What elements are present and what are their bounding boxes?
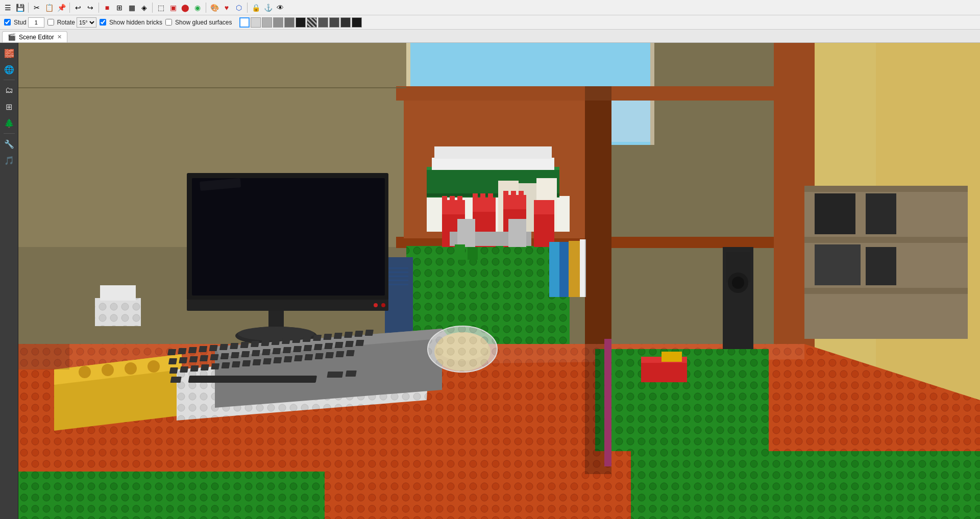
undo-button[interactable]: ↩ <box>72 2 84 13</box>
anchor-button[interactable]: ⚓ <box>262 2 274 13</box>
svg-rect-57 <box>455 244 465 260</box>
rotate-select[interactable]: 15° 30° 45° 90° <box>77 17 96 28</box>
svg-rect-71 <box>388 284 408 285</box>
sidebar-grid-button[interactable]: ⊞ <box>2 100 16 114</box>
svg-rect-169 <box>866 247 896 285</box>
svg-rect-82 <box>100 285 136 301</box>
sidebar-music-button[interactable]: 🎵 <box>2 153 16 167</box>
svg-rect-44 <box>473 193 478 201</box>
sidebar-tools-button[interactable]: 🔧 <box>2 137 16 151</box>
svg-rect-147 <box>335 351 344 357</box>
select-button[interactable]: ⬚ <box>155 2 166 13</box>
svg-rect-97 <box>219 344 228 350</box>
swatch-pattern[interactable] <box>307 17 317 28</box>
svg-rect-146 <box>325 352 334 358</box>
cylinder-button[interactable]: ⬡ <box>233 2 244 13</box>
svg-rect-104 <box>292 337 301 343</box>
sidebar-tree-button[interactable]: 🌲 <box>2 116 16 130</box>
svg-rect-133 <box>190 365 199 372</box>
rotate-checkbox[interactable] <box>47 19 54 26</box>
red-brick-button[interactable]: ■ <box>102 2 113 13</box>
svg-rect-177 <box>631 451 980 519</box>
svg-marker-178 <box>585 86 611 474</box>
brick2-button[interactable]: ▣ <box>167 2 179 13</box>
paste-button[interactable]: 📌 <box>56 2 67 13</box>
eye-button[interactable]: 👁 <box>275 2 286 13</box>
svg-rect-116 <box>210 354 218 360</box>
svg-rect-130 <box>355 340 364 346</box>
svg-rect-75 <box>187 300 388 311</box>
baseplate-button[interactable]: ▦ <box>126 2 137 13</box>
brick3-button[interactable]: ⬤ <box>180 2 191 13</box>
svg-rect-93 <box>178 348 186 354</box>
toolbar-separator-5 <box>206 3 206 13</box>
copy-button[interactable]: 📋 <box>43 2 55 13</box>
sidebar-globe-button[interactable]: 🌐 <box>2 62 16 77</box>
swatch-lgray[interactable] <box>251 17 261 28</box>
svg-rect-143 <box>294 355 303 361</box>
svg-point-85 <box>79 366 91 378</box>
3d-viewport[interactable] <box>18 43 980 519</box>
svg-rect-52 <box>534 211 554 247</box>
svg-rect-95 <box>199 346 207 352</box>
swatch-mgray1[interactable] <box>262 17 272 28</box>
swatch-mgray2[interactable] <box>273 17 283 28</box>
swatch-dbrown[interactable] <box>340 17 351 28</box>
lock-button[interactable]: 🔒 <box>250 2 261 13</box>
left-sidebar: 🧱 🌐 🗂 ⊞ 🌲 🔧 🎵 <box>0 43 18 519</box>
show-hidden-bricks-checkbox[interactable] <box>100 19 106 26</box>
svg-rect-139 <box>253 359 261 365</box>
svg-rect-163 <box>804 237 968 243</box>
swatch-vdgray[interactable] <box>352 17 362 28</box>
svg-rect-125 <box>303 345 312 351</box>
swatch-dgray3[interactable] <box>329 17 339 28</box>
svg-rect-69 <box>388 276 408 277</box>
scene-editor-tab-icon: 🎬 <box>8 33 16 41</box>
stud-value-input[interactable] <box>28 17 44 28</box>
stud-group: Stud <box>4 17 44 28</box>
main-area: 🧱 🌐 🗂 ⊞ 🌲 🔧 🎵 <box>0 43 980 519</box>
svg-rect-101 <box>261 340 270 346</box>
svg-rect-129 <box>345 341 354 347</box>
svg-rect-121 <box>262 349 271 355</box>
swatch-dgray2[interactable] <box>318 17 328 28</box>
svg-rect-111 <box>365 330 374 336</box>
svg-rect-94 <box>188 347 197 353</box>
svg-rect-61 <box>569 241 580 297</box>
svg-rect-118 <box>231 352 239 358</box>
svg-point-76 <box>374 303 378 307</box>
show-glued-surfaces-checkbox[interactable] <box>165 19 172 26</box>
svg-rect-70 <box>388 280 408 281</box>
scene-editor-tab-close[interactable]: ✕ <box>57 34 62 40</box>
svg-rect-164 <box>804 288 968 294</box>
show-glued-surfaces-label: Show glued surfaces <box>175 19 232 26</box>
scene-editor-tab[interactable]: 🎬 Scene Editor ✕ <box>2 31 67 42</box>
cut-button[interactable]: ✂ <box>31 2 42 13</box>
special-button[interactable]: ◈ <box>138 2 150 13</box>
sidebar-brick-button[interactable]: 🧱 <box>2 46 16 60</box>
options-bar: Stud Rotate 15° 30° 45° 90° Show hidden … <box>0 15 980 30</box>
shape-button[interactable]: ♥ <box>221 2 232 13</box>
svg-rect-60 <box>559 242 569 297</box>
paint-button[interactable]: 🎨 <box>209 2 220 13</box>
rotate-group: Rotate 15° 30° 45° 90° <box>47 17 96 28</box>
swatch-dgray1[interactable] <box>284 17 295 28</box>
sidebar-separator-2 <box>4 133 15 134</box>
svg-rect-120 <box>252 350 260 356</box>
menu-icon[interactable]: ☰ <box>2 2 13 13</box>
sidebar-separator-1 <box>4 80 15 80</box>
swatch-black[interactable] <box>296 17 306 28</box>
show-hidden-bricks-group: Show hidden bricks <box>100 19 162 26</box>
swatch-white[interactable] <box>239 17 250 28</box>
svg-rect-124 <box>293 346 302 352</box>
svg-rect-136 <box>222 362 230 368</box>
stud-checkbox[interactable] <box>4 19 11 26</box>
svg-rect-166 <box>815 193 855 234</box>
redo-button[interactable]: ↪ <box>85 2 96 13</box>
sidebar-layers-button[interactable]: 🗂 <box>2 83 16 97</box>
grid-button[interactable]: ⊞ <box>114 2 125 13</box>
svg-rect-132 <box>180 366 188 373</box>
toolbar-separator-1 <box>28 3 29 13</box>
build-button[interactable]: ◉ <box>192 2 203 13</box>
save-button[interactable]: 💾 <box>14 2 26 13</box>
